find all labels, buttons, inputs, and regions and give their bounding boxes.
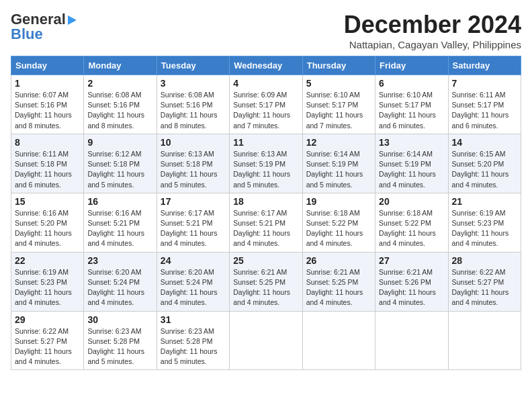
day-info: Sunrise: 6:17 AM Sunset: 5:21 PM Dayligh…	[233, 208, 298, 249]
day-info: Sunrise: 6:08 AM Sunset: 5:16 PM Dayligh…	[87, 90, 152, 131]
day-number: 18	[233, 196, 298, 207]
calendar-cell	[230, 311, 302, 370]
week-row-5: 29Sunrise: 6:22 AM Sunset: 5:27 PM Dayli…	[11, 311, 521, 370]
calendar-cell: 13Sunrise: 6:14 AM Sunset: 5:19 PM Dayli…	[375, 134, 448, 193]
day-number: 28	[452, 255, 517, 266]
day-number: 19	[306, 196, 371, 207]
day-number: 1	[15, 78, 80, 89]
day-info: Sunrise: 6:09 AM Sunset: 5:17 PM Dayligh…	[233, 90, 298, 131]
day-info: Sunrise: 6:10 AM Sunset: 5:17 PM Dayligh…	[306, 90, 371, 131]
day-info: Sunrise: 6:10 AM Sunset: 5:17 PM Dayligh…	[379, 90, 444, 131]
calendar-cell: 10Sunrise: 6:13 AM Sunset: 5:18 PM Dayli…	[157, 134, 229, 193]
header-sunday: Sunday	[11, 56, 84, 75]
day-info: Sunrise: 6:21 AM Sunset: 5:25 PM Dayligh…	[233, 267, 298, 308]
calendar-cell: 25Sunrise: 6:21 AM Sunset: 5:25 PM Dayli…	[230, 252, 302, 311]
day-number: 8	[15, 137, 80, 148]
week-row-2: 8Sunrise: 6:11 AM Sunset: 5:18 PM Daylig…	[11, 134, 521, 193]
day-number: 17	[161, 196, 226, 207]
day-info: Sunrise: 6:13 AM Sunset: 5:19 PM Dayligh…	[233, 149, 298, 190]
calendar-cell: 27Sunrise: 6:21 AM Sunset: 5:26 PM Dayli…	[375, 252, 448, 311]
day-info: Sunrise: 6:23 AM Sunset: 5:28 PM Dayligh…	[87, 326, 152, 367]
calendar-table: SundayMondayTuesdayWednesdayThursdayFrid…	[11, 56, 521, 370]
week-row-3: 15Sunrise: 6:16 AM Sunset: 5:20 PM Dayli…	[11, 193, 521, 252]
day-number: 13	[379, 137, 444, 148]
day-info: Sunrise: 6:14 AM Sunset: 5:19 PM Dayligh…	[379, 149, 444, 190]
day-number: 15	[15, 196, 80, 207]
day-info: Sunrise: 6:19 AM Sunset: 5:23 PM Dayligh…	[15, 267, 80, 308]
calendar-cell: 7Sunrise: 6:11 AM Sunset: 5:17 PM Daylig…	[448, 75, 521, 134]
day-number: 24	[161, 255, 226, 266]
day-info: Sunrise: 6:16 AM Sunset: 5:20 PM Dayligh…	[15, 208, 80, 249]
day-number: 7	[452, 78, 517, 89]
day-number: 26	[306, 255, 371, 266]
day-info: Sunrise: 6:14 AM Sunset: 5:19 PM Dayligh…	[306, 149, 371, 190]
calendar-cell: 15Sunrise: 6:16 AM Sunset: 5:20 PM Dayli…	[11, 193, 84, 252]
day-info: Sunrise: 6:23 AM Sunset: 5:28 PM Dayligh…	[161, 326, 226, 367]
day-info: Sunrise: 6:22 AM Sunset: 5:27 PM Dayligh…	[452, 267, 517, 308]
logo: General Blue	[11, 11, 77, 43]
calendar-cell: 24Sunrise: 6:20 AM Sunset: 5:24 PM Dayli…	[157, 252, 229, 311]
header-monday: Monday	[84, 56, 157, 75]
day-info: Sunrise: 6:20 AM Sunset: 5:24 PM Dayligh…	[161, 267, 226, 308]
day-number: 14	[452, 137, 517, 148]
day-number: 25	[233, 255, 298, 266]
calendar-cell	[302, 311, 375, 370]
calendar-cell: 16Sunrise: 6:16 AM Sunset: 5:21 PM Dayli…	[84, 193, 157, 252]
day-info: Sunrise: 6:07 AM Sunset: 5:16 PM Dayligh…	[15, 90, 80, 131]
day-number: 27	[379, 255, 444, 266]
day-info: Sunrise: 6:19 AM Sunset: 5:23 PM Dayligh…	[452, 208, 517, 249]
day-info: Sunrise: 6:17 AM Sunset: 5:21 PM Dayligh…	[161, 208, 226, 249]
calendar-cell: 19Sunrise: 6:18 AM Sunset: 5:22 PM Dayli…	[302, 193, 375, 252]
calendar-cell: 17Sunrise: 6:17 AM Sunset: 5:21 PM Dayli…	[157, 193, 229, 252]
calendar-cell: 1Sunrise: 6:07 AM Sunset: 5:16 PM Daylig…	[11, 75, 84, 134]
day-info: Sunrise: 6:16 AM Sunset: 5:21 PM Dayligh…	[87, 208, 152, 249]
day-number: 29	[15, 314, 80, 325]
day-number: 16	[87, 196, 152, 207]
calendar-cell: 14Sunrise: 6:15 AM Sunset: 5:20 PM Dayli…	[448, 134, 521, 193]
logo-arrow-icon	[68, 15, 77, 25]
calendar-cell: 12Sunrise: 6:14 AM Sunset: 5:19 PM Dayli…	[302, 134, 375, 193]
day-number: 23	[87, 255, 152, 266]
calendar-cell: 30Sunrise: 6:23 AM Sunset: 5:28 PM Dayli…	[84, 311, 157, 370]
calendar-cell: 23Sunrise: 6:20 AM Sunset: 5:24 PM Dayli…	[84, 252, 157, 311]
week-row-1: 1Sunrise: 6:07 AM Sunset: 5:16 PM Daylig…	[11, 75, 521, 134]
calendar-cell	[375, 311, 448, 370]
day-info: Sunrise: 6:13 AM Sunset: 5:18 PM Dayligh…	[161, 149, 226, 190]
calendar-cell: 29Sunrise: 6:22 AM Sunset: 5:27 PM Dayli…	[11, 311, 84, 370]
day-number: 21	[452, 196, 517, 207]
header-row: SundayMondayTuesdayWednesdayThursdayFrid…	[11, 56, 521, 75]
calendar-cell: 28Sunrise: 6:22 AM Sunset: 5:27 PM Dayli…	[448, 252, 521, 311]
day-number: 31	[161, 314, 226, 325]
day-number: 5	[306, 78, 371, 89]
day-info: Sunrise: 6:08 AM Sunset: 5:16 PM Dayligh…	[161, 90, 226, 131]
day-number: 20	[379, 196, 444, 207]
day-info: Sunrise: 6:21 AM Sunset: 5:25 PM Dayligh…	[306, 267, 371, 308]
month-title: December 2024	[344, 11, 521, 39]
title-area: December 2024 Nattapian, Cagayan Valley,…	[344, 11, 521, 50]
header-tuesday: Tuesday	[157, 56, 229, 75]
calendar-cell: 8Sunrise: 6:11 AM Sunset: 5:18 PM Daylig…	[11, 134, 84, 193]
location: Nattapian, Cagayan Valley, Philippines	[344, 39, 521, 50]
calendar-cell: 20Sunrise: 6:18 AM Sunset: 5:22 PM Dayli…	[375, 193, 448, 252]
day-number: 6	[379, 78, 444, 89]
calendar-cell: 2Sunrise: 6:08 AM Sunset: 5:16 PM Daylig…	[84, 75, 157, 134]
calendar-cell: 3Sunrise: 6:08 AM Sunset: 5:16 PM Daylig…	[157, 75, 229, 134]
day-info: Sunrise: 6:22 AM Sunset: 5:27 PM Dayligh…	[15, 326, 80, 367]
calendar-cell: 18Sunrise: 6:17 AM Sunset: 5:21 PM Dayli…	[230, 193, 302, 252]
calendar-cell: 26Sunrise: 6:21 AM Sunset: 5:25 PM Dayli…	[302, 252, 375, 311]
calendar-cell: 4Sunrise: 6:09 AM Sunset: 5:17 PM Daylig…	[230, 75, 302, 134]
day-number: 4	[233, 78, 298, 89]
header-saturday: Saturday	[448, 56, 521, 75]
day-number: 30	[87, 314, 152, 325]
day-info: Sunrise: 6:21 AM Sunset: 5:26 PM Dayligh…	[379, 267, 444, 308]
day-number: 9	[87, 137, 152, 148]
day-info: Sunrise: 6:18 AM Sunset: 5:22 PM Dayligh…	[379, 208, 444, 249]
day-info: Sunrise: 6:15 AM Sunset: 5:20 PM Dayligh…	[452, 149, 517, 190]
header-wednesday: Wednesday	[230, 56, 302, 75]
header-friday: Friday	[375, 56, 448, 75]
day-info: Sunrise: 6:20 AM Sunset: 5:24 PM Dayligh…	[87, 267, 152, 308]
week-row-4: 22Sunrise: 6:19 AM Sunset: 5:23 PM Dayli…	[11, 252, 521, 311]
day-number: 3	[161, 78, 226, 89]
day-info: Sunrise: 6:11 AM Sunset: 5:17 PM Dayligh…	[452, 90, 517, 131]
day-number: 12	[306, 137, 371, 148]
